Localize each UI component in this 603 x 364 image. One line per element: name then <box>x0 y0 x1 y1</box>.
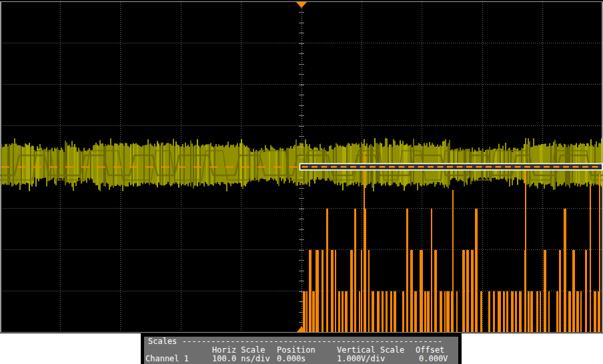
channel-position: 0.000s <box>277 355 306 363</box>
trigger-marker-top[interactable] <box>296 2 307 8</box>
scales-title: Scales <box>148 337 177 346</box>
scales-panel: Scales ---------------------------------… <box>144 337 458 364</box>
channel-vertical-scale: 1.000V/div <box>337 355 385 363</box>
scope-display <box>0 0 603 333</box>
oscilloscope-screen: Scales ---------------------------------… <box>0 0 603 364</box>
bus-band <box>300 164 603 171</box>
bottom-panel: Scales ---------------------------------… <box>0 333 603 364</box>
scales-window: Scales ---------------------------------… <box>141 333 462 364</box>
ch2-pulses <box>303 152 600 332</box>
scope-canvas <box>0 0 603 333</box>
channel-horiz-scale: 100.0 ns/div <box>212 355 270 363</box>
channel-offset: 0.000V <box>419 355 448 363</box>
scales-channel-row: Channel 1 100.0 ns/div 0.000s 1.000V/div… <box>144 355 458 363</box>
channel-name: Channel 1 <box>145 355 189 363</box>
